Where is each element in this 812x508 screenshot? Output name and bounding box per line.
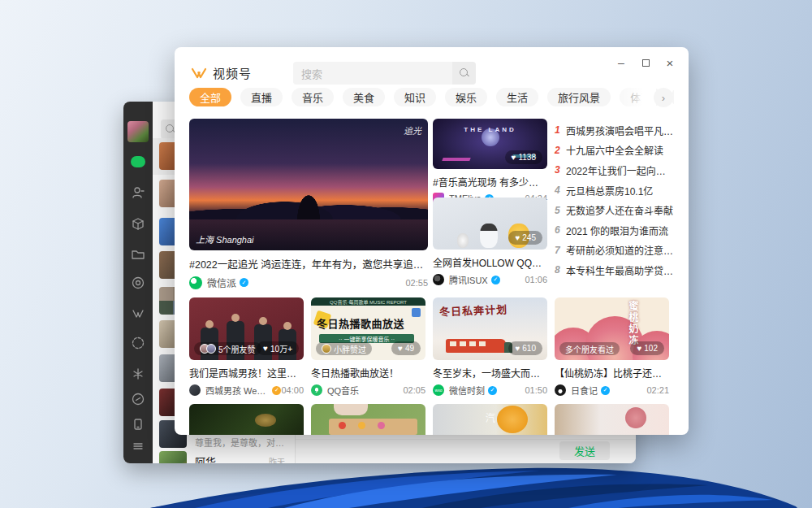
verified-badge-icon: ✓	[488, 386, 497, 395]
account-name[interactable]: 微信派	[207, 276, 236, 289]
tab-knowledge[interactable]: 知识	[394, 88, 436, 106]
friend-likes-overlay: 5个朋友赞	[194, 342, 261, 355]
thumb-header: QQ音乐·每周歌单 MUSIC REPORT	[311, 297, 425, 306]
search-tool-nav-button[interactable]	[130, 366, 146, 382]
trending-item[interactable]: 4元旦档总票房10.1亿	[555, 180, 674, 201]
trending-item[interactable]: 7考研前必须知道的注意事项	[555, 241, 674, 261]
hamburger-menu-icon	[131, 439, 145, 454]
account-name[interactable]: 西城男孩 Westlife	[205, 384, 269, 397]
mobile-button[interactable]	[130, 416, 146, 432]
verified-badge-icon: ✓	[240, 278, 248, 287]
desktop: { "icons": { "heart": "♥", "check": "✓",…	[0, 0, 812, 508]
trending-item[interactable]: 1西城男孩演唱会唱平凡之路	[555, 120, 674, 141]
mini-programs-nav-button[interactable]	[130, 335, 146, 351]
account-name[interactable]: 微信时刻	[449, 384, 485, 397]
video-thumbnail[interactable]	[189, 404, 304, 435]
video-caption: 冬日热播歌曲放送！	[311, 366, 425, 380]
verified-badge-icon: ✓	[272, 386, 281, 395]
video-thumbnail[interactable]: 5个朋友赞 ♥10万+	[189, 297, 304, 360]
user-avatar[interactable]	[127, 121, 149, 142]
tab-travel[interactable]: 旅行风景	[547, 88, 611, 106]
account-name[interactable]: QQ音乐	[327, 384, 359, 397]
heart-icon: ♥	[637, 344, 641, 353]
minimize-button[interactable]: –	[614, 55, 628, 70]
tabs-fade-overlay	[611, 86, 656, 111]
trending-item[interactable]: 5无数追梦人还在奋斗奉献	[555, 200, 674, 220]
chats-nav-button[interactable]	[130, 154, 146, 170]
channels-nav-button[interactable]	[130, 306, 146, 322]
close-button[interactable]: ×	[663, 55, 677, 70]
account-avatar[interactable]	[189, 384, 201, 396]
account-avatar[interactable]	[189, 276, 202, 289]
trending-item[interactable]: 2十九届六中全会全解读	[555, 141, 674, 161]
video-caption: 冬至岁末，一场盛大而浪漫的...	[433, 366, 547, 380]
video-thumbnail[interactable]: ♥245	[433, 198, 547, 250]
heart-icon: ♥	[515, 233, 520, 242]
video-thumbnail[interactable]	[555, 404, 669, 435]
video-caption: 全网首发HOLLOW QQ开箱视...	[433, 255, 547, 269]
video-card[interactable]: THE LAND ♥1138 #音乐高光现场 有多少青春故... TMElive…	[433, 119, 547, 204]
account-name[interactable]: 日食记	[571, 384, 598, 397]
tab-music[interactable]: 音乐	[292, 88, 334, 106]
video-thumbnail[interactable]: THE LAND ♥1138	[433, 119, 547, 169]
video-caption: 我们是西城男孩！这里是我们...	[189, 366, 304, 380]
city-skyline	[189, 192, 428, 219]
video-card[interactable]: ♥245 全网首发HOLLOW QQ开箱视... 腾讯ISUX ✓ 01:06	[433, 198, 547, 286]
chat-contact-name[interactable]: 阿华	[195, 454, 216, 463]
account-row: wxo 微信时刻 ✓ 01:50	[433, 384, 547, 397]
video-thumbnail[interactable]: 汽	[433, 404, 547, 435]
account-name[interactable]: 腾讯ISUX	[449, 273, 488, 286]
moments-nav-button[interactable]	[130, 275, 146, 291]
account-avatar[interactable]: wxo	[433, 384, 444, 396]
verified-badge-icon: ✓	[491, 276, 500, 284]
files-nav-button[interactable]	[130, 246, 146, 263]
video-thumbnail[interactable]	[311, 404, 425, 435]
video-thumbnail[interactable]: 蜜桃奶冻 多个朋友看过 ♥102	[555, 297, 669, 360]
video-card[interactable]: 5个朋友赞 ♥10万+ 我们是西城男孩！这里是我们... 西城男孩 Westli…	[189, 297, 304, 397]
tab-live[interactable]: 直播	[240, 88, 283, 106]
heart-icon: ♥	[263, 344, 268, 353]
video-duration: 01:06	[525, 275, 547, 284]
video-card-featured[interactable]: 追光 上海 Shanghai #2022一起追光 鸿运连连，年年有为，邀您共享追…	[189, 119, 428, 289]
video-thumbnail[interactable]: 冬日私奔计划 ♥610	[433, 297, 547, 360]
video-duration: 02:05	[403, 385, 425, 395]
channels-logo: 视频号	[191, 64, 252, 81]
video-thumbnail[interactable]: QQ音乐·每周歌单 MUSIC REPORT 冬日热播歌曲放送 ·· 一键新享保…	[311, 297, 425, 360]
trending-item[interactable]: 32022年让我们一起向未来出...	[555, 160, 674, 180]
chat-avatar-ahua[interactable]	[159, 451, 187, 463]
video-thumbnail[interactable]: 追光 上海 Shanghai	[189, 119, 428, 250]
tab-all[interactable]: 全部	[189, 88, 231, 106]
phone-link-button[interactable]	[130, 391, 146, 407]
video-card[interactable]: 蜜桃奶冻 多个朋友看过 ♥102 【仙桃奶冻】比桃子还鲜甜比... 日食记 ✓ …	[555, 297, 669, 397]
tab-food[interactable]: 美食	[343, 88, 385, 106]
account-avatar[interactable]	[433, 274, 444, 285]
windows-bloom-wallpaper	[0, 461, 812, 508]
account-row: 腾讯ISUX ✓ 01:06	[433, 273, 547, 286]
video-card[interactable]: QQ音乐·每周歌单 MUSIC REPORT 冬日热播歌曲放送 ·· 一键新享保…	[311, 297, 425, 397]
person-icon	[131, 185, 145, 200]
tab-entertainment[interactable]: 娱乐	[445, 88, 487, 106]
account-row: ♪ QQ音乐 02:05	[311, 384, 425, 397]
menu-button[interactable]	[130, 438, 146, 454]
video-card[interactable]	[555, 404, 669, 435]
contacts-nav-button[interactable]	[130, 185, 146, 201]
search-input[interactable]: 搜索	[293, 62, 452, 85]
video-duration: 02:55	[405, 278, 428, 288]
maximize-icon	[642, 59, 650, 67]
account-avatar[interactable]	[555, 384, 566, 396]
send-button[interactable]: 发送	[559, 441, 610, 460]
tabs-scroll-right-button[interactable]: ›	[654, 88, 673, 107]
video-card[interactable]: 汽	[433, 404, 547, 435]
account-avatar[interactable]: ♪	[311, 384, 322, 396]
search-button[interactable]	[452, 62, 476, 85]
tab-life[interactable]: 生活	[496, 88, 538, 106]
channels-window: 视频号 搜索 – × 全部 直播 音乐 美食 知识 娱乐 生活 旅行风景 体育 …	[175, 47, 689, 435]
video-card[interactable]	[311, 404, 425, 435]
video-card[interactable]: 冬日私奔计划 ♥610 冬至岁末，一场盛大而浪漫的... wxo 微信时刻 ✓ …	[433, 297, 547, 397]
trending-item[interactable]: 8本专科生年最高助学贷款1.2万	[555, 260, 674, 280]
maximize-button[interactable]	[638, 55, 653, 70]
favorites-nav-button[interactable]	[130, 215, 146, 232]
like-count: ♥1138	[505, 150, 542, 164]
trending-item[interactable]: 62021 你的眼泪为谁而流	[555, 220, 674, 241]
video-card[interactable]	[189, 404, 304, 435]
